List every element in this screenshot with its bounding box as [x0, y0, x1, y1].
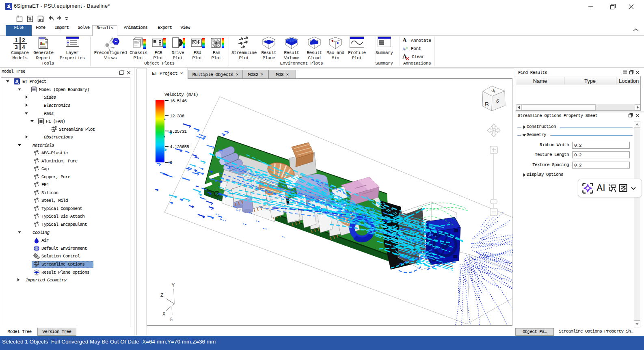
svg-text:X: X — [162, 311, 165, 317]
svg-text:3: 3 — [15, 44, 18, 50]
svg-text:0: 0 — [170, 160, 172, 165]
svg-text:Z: Z — [160, 293, 163, 298]
svg-text:G: G — [170, 317, 173, 323]
svg-text:16.5146: 16.5146 — [170, 99, 186, 104]
svg-text:Velocity (m/s): Velocity (m/s) — [164, 92, 198, 97]
svg-text:4.128655: 4.128655 — [170, 145, 189, 149]
svg-text:1: 1 — [15, 37, 18, 43]
svg-text:A: A — [405, 46, 408, 50]
svg-text:12.386: 12.386 — [170, 114, 184, 119]
svg-text:R: R — [484, 101, 489, 108]
svg-text:4: 4 — [22, 44, 25, 50]
svg-text:8.25731: 8.25731 — [170, 129, 187, 134]
svg-text:Y: Y — [172, 283, 175, 289]
svg-text:2: 2 — [22, 37, 25, 43]
